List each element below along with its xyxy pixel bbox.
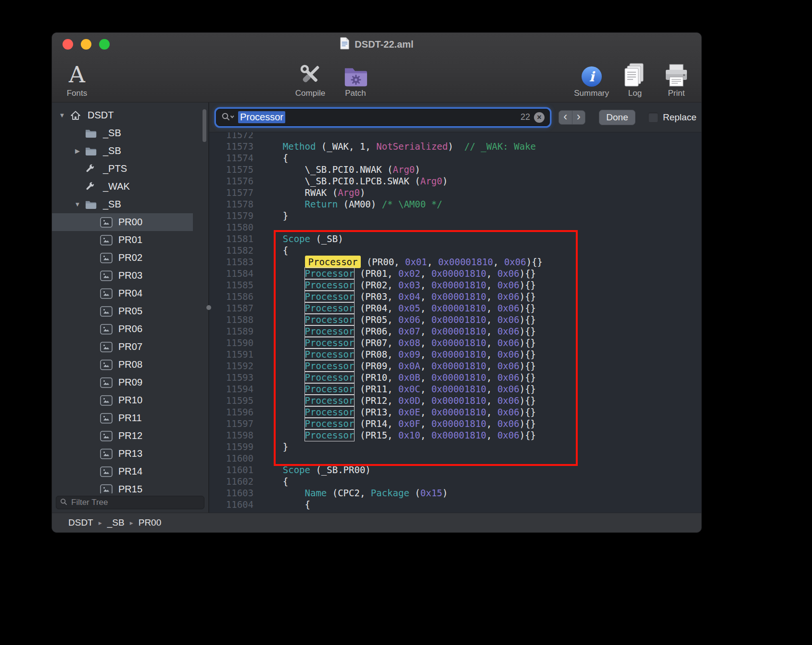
sidebar-item-dsdt[interactable]: ▼DSDT	[52, 106, 193, 124]
folder-icon	[85, 146, 101, 156]
line-number: 11573	[209, 141, 254, 152]
line-number: 11597	[209, 418, 254, 429]
breadcrumb-separator-icon: ▸	[130, 519, 133, 527]
tree-item-label: PR01	[118, 234, 142, 245]
tree-item-label: PR03	[118, 270, 142, 281]
sidebar-item-pr04[interactable]: PR04	[52, 284, 193, 302]
code-line: 11573 Method (_WAK, 1, NotSerialized) //…	[209, 141, 701, 152]
log-button[interactable]: Log	[620, 57, 650, 98]
line-content: Processor (PR13, 0x0E, 0x00001810, 0x06)…	[254, 406, 536, 418]
line-content: {	[254, 499, 310, 510]
log-label: Log	[628, 89, 642, 98]
disclosure-closed-icon[interactable]: ▶	[70, 147, 85, 155]
line-number: 11594	[209, 383, 254, 395]
sidebar-item-_sb[interactable]: ▶_SB	[52, 142, 193, 160]
line-content: Name (CPC2, Package (0x15)	[254, 487, 448, 499]
line-content: \_SB.PCI0.LPCB.SWAK (Arg0)	[254, 175, 448, 187]
find-match: Processor	[305, 325, 355, 337]
sidebar-item-pr02[interactable]: PR02	[52, 249, 193, 267]
sidebar-item-pr08[interactable]: PR08	[52, 356, 193, 374]
code-line: 11572	[209, 132, 701, 141]
line-content: Processor (PR12, 0x0D, 0x00001810, 0x06)…	[254, 395, 536, 406]
sidebar-item-pr15[interactable]: PR15	[52, 480, 193, 493]
code-lines: 1157211573 Method (_WAK, 1, NotSerialize…	[209, 132, 701, 510]
folder-icon	[85, 128, 101, 138]
tree-item-label: PR02	[118, 252, 142, 263]
sidebar-scrollbar[interactable]	[203, 109, 206, 142]
sidebar-item-pr06[interactable]: PR06	[52, 320, 193, 338]
status-bar: DSDT▸_SB▸PR00	[52, 513, 701, 532]
line-content: Scope (_SB.PR00)	[254, 464, 371, 476]
done-button[interactable]: Done	[599, 110, 635, 125]
filter-field[interactable]	[56, 496, 204, 509]
fonts-button[interactable]: A Fonts	[62, 57, 92, 98]
line-content: Processor (PR03, 0x04, 0x00001810, 0x06)…	[254, 291, 536, 302]
sidebar-item-pr00[interactable]: PR00	[52, 213, 193, 231]
sidebar-item-pr01[interactable]: PR01	[52, 231, 193, 249]
minimize-window-button[interactable]	[81, 39, 91, 50]
home-icon	[69, 110, 86, 121]
breadcrumb-item-pr00[interactable]: PR00	[139, 517, 162, 528]
patch-label: Patch	[345, 89, 366, 98]
sidebar-item-_pts[interactable]: _PTS	[52, 160, 193, 178]
filter-tree-input[interactable]	[70, 497, 200, 508]
clear-search-button[interactable]: ×	[534, 112, 545, 123]
find-match: Processor	[305, 279, 355, 291]
splitter-handle[interactable]	[206, 305, 211, 310]
sidebar-item-pr14[interactable]: PR14	[52, 463, 193, 480]
find-field[interactable]: Processor 22 ×	[216, 109, 550, 126]
sidebar-item-_sb[interactable]: ▼_SB	[52, 195, 193, 213]
breadcrumb-item-dsdt[interactable]: DSDT	[68, 517, 93, 528]
sidebar-item-pr12[interactable]: PR12	[52, 427, 193, 445]
line-content: Processor (PR05, 0x06, 0x00001810, 0x06)…	[254, 314, 536, 325]
line-number: 11592	[209, 360, 254, 372]
print-icon	[663, 59, 689, 88]
tree-item-label: _SB	[103, 145, 121, 156]
sidebar-item-pr05[interactable]: PR05	[52, 302, 193, 320]
window-chrome: DSDT-22.aml A Fonts	[52, 33, 701, 103]
patch-button[interactable]: Patch	[340, 57, 371, 98]
tree-item-label: PR11	[118, 413, 142, 424]
line-content: {	[254, 152, 288, 164]
previous-match-button[interactable]: ‹	[559, 111, 572, 124]
line-content: {	[254, 476, 288, 487]
code-line: 11574 {	[209, 152, 701, 164]
line-content: Processor (PR14, 0x0F, 0x00001810, 0x06)…	[254, 418, 536, 429]
sidebar-item-pr13[interactable]: PR13	[52, 445, 193, 463]
compile-button[interactable]: Compile	[295, 57, 326, 98]
code-area[interactable]: 1157211573 Method (_WAK, 1, NotSerialize…	[209, 132, 701, 513]
chip-icon	[100, 466, 116, 477]
sidebar-item-_wak[interactable]: _WAK	[52, 178, 193, 195]
titlebar[interactable]: DSDT-22.aml	[52, 33, 701, 56]
compile-label: Compile	[295, 89, 325, 98]
line-number: 11590	[209, 337, 254, 348]
zoom-window-button[interactable]	[99, 39, 110, 50]
code-line: 11578 Return (AM00) /* \AM00 */	[209, 198, 701, 210]
sidebar-item-pr09[interactable]: PR09	[52, 374, 193, 391]
sidebar-item-pr11[interactable]: PR11	[52, 409, 193, 427]
line-content: }	[254, 210, 288, 221]
tree-item-label: _PTS	[103, 163, 127, 174]
tree-item-label: PR10	[118, 395, 142, 406]
print-button[interactable]: Print	[661, 57, 692, 98]
sidebar-item-pr10[interactable]: PR10	[52, 391, 193, 409]
next-match-button[interactable]: ›	[572, 111, 585, 124]
match-count: 22	[520, 112, 530, 122]
find-match: Processor	[305, 360, 355, 372]
chip-icon	[100, 253, 116, 263]
search-menu-icon[interactable]	[221, 112, 234, 123]
sidebar-item-pr03[interactable]: PR03	[52, 267, 193, 284]
code-line: 11600	[209, 452, 701, 464]
sidebar-item-pr07[interactable]: PR07	[52, 338, 193, 356]
disclosure-open-icon[interactable]: ▼	[55, 112, 69, 119]
replace-option: Replace	[648, 112, 697, 123]
disclosure-open-icon[interactable]: ▼	[70, 201, 85, 208]
window-content: ▼DSDT_SB▶_SB_PTS_WAK▼_SBPR00PR01PR02PR03…	[52, 103, 701, 513]
line-content: Processor (PR04, 0x05, 0x00001810, 0x06)…	[254, 302, 536, 314]
code-line: 11587 Processor (PR04, 0x05, 0x00001810,…	[209, 302, 701, 314]
summary-button[interactable]: i Summary	[574, 57, 609, 98]
close-window-button[interactable]	[63, 39, 73, 50]
breadcrumb-item-_sb[interactable]: _SB	[107, 517, 125, 528]
sidebar-item-_sb[interactable]: _SB	[52, 124, 193, 142]
replace-checkbox[interactable]	[648, 112, 659, 123]
